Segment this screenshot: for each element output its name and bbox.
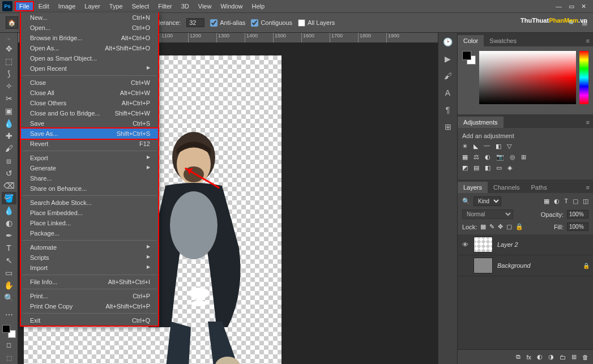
menuitem-automate[interactable]: Automate: [21, 242, 158, 252]
layer-thumbnail[interactable]: [473, 237, 493, 252]
photo-filter-icon[interactable]: 📷: [496, 153, 504, 161]
curves-icon[interactable]: 〰: [484, 143, 490, 150]
menuitem-close-all[interactable]: Close AllAlt+Ctrl+W: [21, 88, 158, 98]
menu-image[interactable]: Image: [54, 1, 80, 11]
antialias-checkbox[interactable]: [210, 19, 217, 27]
tab-swatches[interactable]: Swatches: [484, 35, 522, 46]
lut-icon[interactable]: ⊞: [521, 153, 526, 161]
tab-channels[interactable]: Channels: [488, 182, 525, 193]
tool-brush[interactable]: 🖌: [2, 142, 16, 155]
menuitem-open-recent[interactable]: Open Recent: [21, 63, 158, 74]
tab-layers[interactable]: Layers: [458, 182, 488, 193]
history-icon[interactable]: 🕑: [443, 37, 453, 46]
layer-row[interactable]: Background 🔒: [458, 255, 593, 276]
filter-shape-icon[interactable]: ▢: [573, 198, 578, 205]
close-icon[interactable]: ✕: [581, 3, 586, 10]
tool-blur[interactable]: 💧: [2, 204, 16, 217]
filter-pixel-icon[interactable]: ▦: [544, 198, 549, 205]
tab-paths[interactable]: Paths: [526, 182, 553, 193]
contiguous-checkbox[interactable]: [251, 19, 258, 27]
lock-move-icon[interactable]: ✥: [498, 223, 503, 230]
hue-bar[interactable]: [579, 51, 588, 104]
tool-lasso[interactable]: ⟆: [2, 67, 16, 80]
tool-magic-wand[interactable]: ✧: [2, 80, 16, 92]
exposure-icon[interactable]: ◧: [496, 143, 501, 150]
menu-file[interactable]: File: [15, 1, 34, 11]
menuitem-save-as-[interactable]: Save As...Shift+Ctrl+S: [20, 127, 159, 140]
menuitem-print-one-copy[interactable]: Print One CopyAlt+Shift+Ctrl+P: [21, 301, 158, 311]
home-icon[interactable]: 🏠: [6, 16, 18, 29]
more-tools[interactable]: ⋯: [2, 309, 16, 321]
filter-adjust-icon[interactable]: ◐: [554, 198, 560, 205]
tool-rectangle[interactable]: ▭: [2, 267, 16, 279]
maximize-icon[interactable]: ▭: [569, 3, 574, 10]
tool-eraser[interactable]: ⌫: [2, 179, 16, 192]
menuitem-file-info-[interactable]: File Info...Alt+Shift+Ctrl+I: [21, 277, 158, 287]
menuitem-search-adobe-stock-[interactable]: Search Adobe Stock...: [21, 198, 158, 208]
color-spectrum[interactable]: [479, 51, 576, 104]
tool-pen[interactable]: ✒: [2, 229, 16, 242]
foreground-background-swatch[interactable]: [462, 51, 476, 65]
menuitem-exit[interactable]: ExitCtrl+Q: [21, 315, 158, 326]
menuitem-export[interactable]: Export: [21, 153, 158, 163]
tool-stamp[interactable]: ⧇: [2, 155, 16, 167]
threshold-icon[interactable]: ◧: [485, 164, 490, 172]
layer-mask-icon[interactable]: ◐: [537, 353, 543, 361]
menuitem-new-[interactable]: New...Ctrl+N: [21, 12, 158, 23]
menu-edit[interactable]: Edit: [34, 1, 54, 11]
menu-view[interactable]: View: [194, 1, 216, 11]
menuitem-close-and-go-to-bridge-[interactable]: Close and Go to Bridge...Shift+Ctrl+W: [21, 108, 158, 118]
glyph-icon[interactable]: ⊞: [445, 122, 451, 131]
selective-color-icon[interactable]: ◈: [507, 164, 512, 172]
levels-icon[interactable]: ◣: [473, 143, 478, 150]
tool-bucket[interactable]: 🪣: [2, 192, 16, 204]
color-swatches-tool[interactable]: [2, 325, 16, 339]
tool-move[interactable]: ✥: [2, 42, 16, 55]
menu-layer[interactable]: Layer: [80, 1, 105, 11]
posterize-icon[interactable]: ▤: [473, 164, 479, 172]
menuitem-scripts[interactable]: Scripts: [21, 252, 158, 263]
channel-mixer-icon[interactable]: ◎: [510, 153, 515, 161]
menuitem-revert[interactable]: RevertF12: [21, 139, 158, 149]
quickmask-icon[interactable]: ◻: [2, 339, 16, 351]
menu-3d[interactable]: 3D: [177, 1, 194, 11]
filter-type-icon[interactable]: T: [564, 198, 568, 205]
menu-filter[interactable]: Filter: [153, 1, 176, 11]
hue-icon[interactable]: ▦: [462, 153, 468, 161]
tool-path-select[interactable]: ↖: [2, 254, 16, 267]
new-fill-icon[interactable]: ◑: [548, 353, 554, 361]
menu-select[interactable]: Select: [127, 1, 154, 11]
minimize-icon[interactable]: —: [556, 3, 562, 10]
vibrance-icon[interactable]: ▽: [507, 143, 511, 150]
menuitem-place-embedded-[interactable]: Place Embedded...: [21, 208, 158, 218]
tool-history-brush[interactable]: ↺: [2, 167, 16, 179]
menuitem-import[interactable]: Import: [21, 263, 158, 273]
tool-hand[interactable]: ✋: [2, 279, 16, 292]
layer-thumbnail[interactable]: [473, 258, 493, 273]
tool-crop[interactable]: ✂: [2, 92, 16, 105]
lock-artboard-icon[interactable]: ▢: [506, 223, 512, 230]
menuitem-open-[interactable]: Open...Ctrl+O: [21, 23, 158, 33]
tool-frame[interactable]: ▣: [2, 105, 16, 117]
balance-icon[interactable]: ⚖: [473, 153, 479, 161]
lock-all-icon[interactable]: 🔒: [515, 223, 523, 230]
tool-heal[interactable]: ✚: [2, 130, 16, 142]
panel-menu-icon[interactable]: ≡: [583, 117, 593, 128]
menuitem-place-linked-[interactable]: Place Linked...: [21, 218, 158, 228]
fill-input[interactable]: [567, 222, 588, 231]
lock-paint-icon[interactable]: ✎: [489, 223, 494, 230]
tool-marquee[interactable]: ⬚: [2, 55, 16, 67]
menuitem-open-as-[interactable]: Open As...Alt+Shift+Ctrl+O: [21, 43, 158, 53]
tool-eyedropper[interactable]: 💧: [2, 117, 16, 130]
layer-kind-select[interactable]: Kind: [473, 196, 501, 206]
menuitem-browse-in-bridge-[interactable]: Browse in Bridge...Alt+Ctrl+O: [21, 33, 158, 43]
char-icon[interactable]: A: [445, 88, 450, 97]
filter-smart-icon[interactable]: ◫: [583, 198, 588, 205]
new-group-icon[interactable]: 🗀: [560, 354, 566, 361]
menu-window[interactable]: Window: [216, 1, 247, 11]
panel-menu-icon[interactable]: ≡: [583, 35, 593, 46]
invert-icon[interactable]: ◩: [462, 164, 468, 172]
tool-dodge[interactable]: ◐: [2, 217, 16, 229]
lock-pixels-icon[interactable]: ▦: [480, 223, 486, 230]
menu-type[interactable]: Type: [105, 1, 127, 11]
